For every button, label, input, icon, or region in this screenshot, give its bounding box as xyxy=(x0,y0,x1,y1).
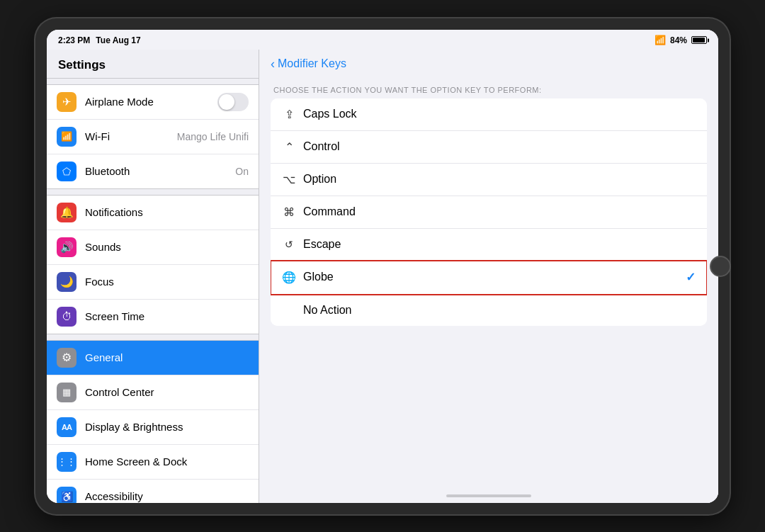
detail-panel: ‹ Modifier Keys CHOOSE THE ACTION YOU WA… xyxy=(259,50,718,503)
option-icon: ⌥ xyxy=(282,173,296,186)
sidebar-item-home-screen[interactable]: ⋮⋮ Home Screen & Dock xyxy=(47,445,259,480)
home-bar xyxy=(446,494,531,497)
time: 2:23 PM xyxy=(58,35,90,45)
bluetooth-label: Bluetooth xyxy=(85,165,227,177)
bluetooth-icon: ⬠ xyxy=(57,162,76,181)
command-label: Command xyxy=(303,205,696,218)
bluetooth-value: On xyxy=(235,166,249,177)
screen-time-label: Screen Time xyxy=(85,310,249,322)
date: Tue Aug 17 xyxy=(96,35,140,45)
option-command[interactable]: ⌘ Command xyxy=(271,196,707,229)
command-icon: ⌘ xyxy=(282,205,296,219)
option-option[interactable]: ⌥ Option xyxy=(271,164,707,196)
home-indicator xyxy=(259,489,718,503)
home-screen-icon: ⋮⋮ xyxy=(57,452,76,472)
detail-nav: ‹ Modifier Keys xyxy=(259,50,718,76)
caps-lock-label: Caps Lock xyxy=(303,108,696,120)
general-icon: ⚙ xyxy=(57,348,76,368)
escape-label: Escape xyxy=(303,238,696,251)
wifi-label: Wi-Fi xyxy=(85,130,169,142)
sidebar-section-general: ⚙ General ▦ Control Center AA Display & … xyxy=(47,340,259,503)
display-brightness-icon: AA xyxy=(57,417,76,437)
control-center-icon: ▦ xyxy=(57,383,76,402)
screen: 2:23 PM Tue Aug 17 📶 84% Settings ✈ xyxy=(47,30,718,503)
caps-lock-icon: ⇪ xyxy=(282,108,296,121)
sidebar-item-bluetooth[interactable]: ⬠ Bluetooth On xyxy=(47,154,259,188)
home-button[interactable] xyxy=(710,256,731,277)
option-globe[interactable]: 🌐 Globe ✓ xyxy=(271,261,707,295)
status-left: 2:23 PM Tue Aug 17 xyxy=(58,35,141,45)
accessibility-icon: ♿ xyxy=(57,487,76,503)
sidebar-item-focus[interactable]: 🌙 Focus xyxy=(47,265,259,300)
airplane-mode-toggle[interactable] xyxy=(217,93,249,111)
sidebar: Settings ✈ Airplane Mode 📶 Wi-Fi Mango L… xyxy=(47,50,259,503)
notifications-icon: 🔔 xyxy=(57,203,76,222)
focus-icon: 🌙 xyxy=(57,272,76,292)
ipad-device: 2:23 PM Tue Aug 17 📶 84% Settings ✈ xyxy=(35,18,730,514)
home-screen-label: Home Screen & Dock xyxy=(85,455,249,468)
sidebar-title: Settings xyxy=(47,50,259,79)
globe-icon: 🌐 xyxy=(282,271,296,284)
sidebar-item-wifi[interactable]: 📶 Wi-Fi Mango Life Unifi xyxy=(47,120,259,154)
sidebar-item-airplane-mode[interactable]: ✈ Airplane Mode xyxy=(47,85,259,120)
sidebar-item-notifications[interactable]: 🔔 Notifications xyxy=(47,196,259,230)
options-list: ⇪ Caps Lock ⌃ Control ⌥ Option xyxy=(271,98,707,326)
option-control[interactable]: ⌃ Control xyxy=(271,131,707,164)
screen-time-icon: ⏱ xyxy=(57,307,76,327)
checkmark-icon: ✓ xyxy=(686,270,696,285)
battery-pct: 84% xyxy=(670,35,687,45)
section-instruction: CHOOSE THE ACTION YOU WANT THE OPTION KE… xyxy=(259,76,718,98)
sidebar-item-display-brightness[interactable]: AA Display & Brightness xyxy=(47,410,259,445)
sidebar-item-sounds[interactable]: 🔊 Sounds xyxy=(47,230,259,265)
sounds-icon: 🔊 xyxy=(57,237,76,257)
accessibility-label: Accessibility xyxy=(85,490,249,502)
battery-fill xyxy=(693,38,705,43)
control-center-label: Control Center xyxy=(85,386,249,398)
airplane-mode-icon: ✈ xyxy=(57,92,76,112)
sidebar-item-accessibility[interactable]: ♿ Accessibility xyxy=(47,480,259,503)
control-icon: ⌃ xyxy=(282,140,296,154)
no-action-label: No Action xyxy=(303,304,696,317)
battery-icon xyxy=(691,36,707,44)
status-right: 📶 84% xyxy=(654,35,707,45)
option-caps-lock[interactable]: ⇪ Caps Lock xyxy=(271,98,707,131)
wifi-icon: 📶 xyxy=(654,35,666,45)
status-bar: 2:23 PM Tue Aug 17 📶 84% xyxy=(47,30,718,50)
sounds-label: Sounds xyxy=(85,241,249,253)
wifi-value: Mango Life Unifi xyxy=(177,131,249,142)
option-no-action[interactable]: No Action xyxy=(271,295,707,326)
control-label: Control xyxy=(303,140,696,153)
wifi-icon: 📶 xyxy=(57,127,76,147)
escape-icon: ↺ xyxy=(282,239,296,250)
sidebar-item-control-center[interactable]: ▦ Control Center xyxy=(47,375,259,410)
general-label: General xyxy=(85,351,249,363)
sidebar-item-general[interactable]: ⚙ General xyxy=(47,341,259,375)
display-brightness-label: Display & Brightness xyxy=(85,421,249,433)
notifications-label: Notifications xyxy=(85,206,249,218)
sidebar-item-screen-time[interactable]: ⏱ Screen Time xyxy=(47,300,259,334)
focus-label: Focus xyxy=(85,276,249,288)
airplane-mode-toggle-thumb xyxy=(219,94,234,110)
globe-label: Globe xyxy=(303,271,679,283)
sidebar-section-connectivity: ✈ Airplane Mode 📶 Wi-Fi Mango Life Unifi… xyxy=(47,84,259,189)
main-content: Settings ✈ Airplane Mode 📶 Wi-Fi Mango L… xyxy=(47,50,718,503)
option-label: Option xyxy=(303,173,696,186)
back-chevron-icon: ‹ xyxy=(271,57,275,72)
option-escape[interactable]: ↺ Escape xyxy=(271,229,707,261)
sidebar-section-alerts: 🔔 Notifications 🔊 Sounds 🌙 Focus ⏱ Scree… xyxy=(47,195,259,334)
back-button[interactable]: Modifier Keys xyxy=(278,57,346,70)
airplane-mode-label: Airplane Mode xyxy=(85,96,209,108)
